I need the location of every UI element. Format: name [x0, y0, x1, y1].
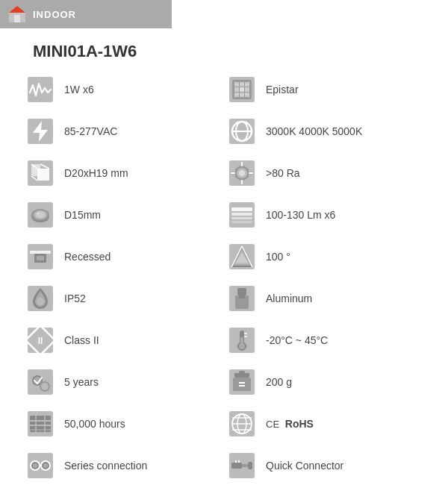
spec-warranty: 5 years	[22, 361, 224, 403]
svg-point-103	[43, 463, 48, 468]
spec-lens: D15mm	[22, 194, 224, 236]
spec-power-text: 1W x6	[64, 84, 94, 96]
svg-rect-6	[234, 82, 239, 87]
spec-material-text: Aluminum	[266, 292, 312, 304]
spec-ip: IP52	[22, 278, 224, 319]
svg-rect-10	[240, 87, 244, 92]
ip-icon	[25, 284, 55, 313]
hours-icon	[25, 409, 55, 439]
svg-point-102	[33, 463, 37, 468]
svg-rect-2	[14, 15, 20, 22]
spec-lens-text: D15mm	[64, 209, 101, 221]
spec-cct: 3000K 4000K 5000K	[224, 110, 426, 152]
svg-rect-11	[245, 87, 249, 92]
spec-lumen-text: 100-130 Lm x6	[266, 209, 335, 221]
svg-point-77	[41, 383, 49, 390]
lumen-icon	[227, 200, 257, 230]
spec-cri-text: >80 Ra	[266, 167, 300, 179]
svg-rect-83	[239, 371, 245, 374]
spec-led-text: Epistar	[266, 84, 299, 96]
svg-marker-1	[9, 6, 25, 13]
svg-rect-108	[248, 462, 252, 469]
svg-rect-12	[234, 93, 239, 97]
temp-icon	[227, 325, 257, 355]
spec-voltage: 85-277VAC	[22, 110, 224, 152]
dimension-icon	[25, 158, 55, 188]
svg-rect-62	[239, 295, 245, 298]
spec-connector: Quick Connector	[224, 445, 426, 485]
spec-lifetime-text: 50,000 hours	[64, 418, 125, 430]
spec-connection: Series connection	[22, 445, 224, 485]
spec-mounting: Recessed	[22, 236, 224, 278]
spec-cct-text: 3000K 4000K 5000K	[266, 125, 362, 137]
svg-rect-14	[245, 93, 249, 97]
svg-rect-47	[30, 251, 51, 254]
spec-ip-text: IP52	[64, 292, 86, 304]
spec-cert-text: CE RoHS	[266, 418, 314, 430]
spec-cri: >80 Ra	[224, 152, 426, 194]
spec-power: 1W x6	[22, 69, 224, 110]
recessed-icon	[25, 242, 55, 272]
spec-led: Epistar	[224, 69, 426, 110]
svg-point-58	[37, 298, 44, 305]
spec-dimensions: D20xH19 mm	[22, 152, 224, 194]
spec-class-text: Class II	[64, 334, 99, 346]
svg-point-30	[239, 170, 245, 176]
svg-rect-82	[233, 378, 251, 391]
material-icon	[227, 284, 257, 313]
svg-rect-23	[37, 169, 49, 181]
svg-rect-106	[231, 463, 242, 469]
spec-warranty-text: 5 years	[64, 376, 99, 388]
spec-weight-text: 200 g	[266, 376, 292, 388]
spec-cert: CE RoHS	[224, 403, 426, 445]
spec-voltage-text: 85-277VAC	[64, 125, 117, 137]
bolt-icon	[25, 116, 55, 146]
connector-icon	[227, 451, 257, 481]
svg-rect-9	[234, 87, 239, 92]
spec-dimensions-text: D20xH19 mm	[64, 167, 128, 179]
spec-weight: 200 g	[224, 361, 426, 403]
svg-rect-60	[237, 288, 246, 295]
specs-grid: 1W x6 Epistar	[0, 69, 448, 485]
spec-temp: -20°C ~ 45°C	[224, 319, 426, 361]
svg-rect-44	[231, 217, 252, 219]
waveform-icon	[25, 75, 55, 104]
svg-point-70	[239, 343, 245, 349]
spec-temp-text: -20°C ~ 45°C	[266, 334, 328, 346]
lens-icon	[25, 200, 55, 230]
spec-connector-text: Quick Connector	[266, 460, 343, 472]
spec-connection-text: Series connection	[64, 460, 147, 472]
header-bar: INDOOR	[0, 0, 172, 28]
spec-beam: 100 °	[224, 236, 426, 278]
svg-point-40	[37, 213, 40, 215]
spec-lifetime: 50,000 hours	[22, 403, 224, 445]
beam-icon	[227, 242, 257, 272]
product-title: MINI01A-1W6	[33, 42, 448, 61]
weight-icon	[227, 367, 257, 397]
cct-icon	[227, 116, 257, 146]
house-icon	[7, 4, 27, 24]
spec-class: II Class II	[22, 319, 224, 361]
svg-text:II: II	[38, 336, 43, 346]
spec-mounting-text: Recessed	[64, 251, 111, 263]
header-label: INDOOR	[33, 9, 76, 20]
spec-lumen: 100-130 Lm x6	[224, 194, 426, 236]
svg-rect-8	[245, 82, 249, 87]
cri-icon	[227, 158, 257, 188]
svg-rect-49	[37, 256, 44, 260]
svg-rect-43	[231, 213, 252, 216]
svg-rect-45	[231, 221, 252, 223]
led-chip-icon	[227, 75, 257, 104]
series-icon	[25, 451, 55, 481]
spec-material: Aluminum	[224, 278, 426, 319]
svg-rect-42	[231, 207, 252, 211]
spec-beam-text: 100 °	[266, 251, 290, 263]
svg-rect-13	[240, 93, 244, 97]
warranty-icon	[25, 367, 55, 397]
cert-icon	[227, 409, 257, 439]
class2-icon: II	[25, 325, 55, 355]
svg-rect-7	[240, 82, 244, 87]
